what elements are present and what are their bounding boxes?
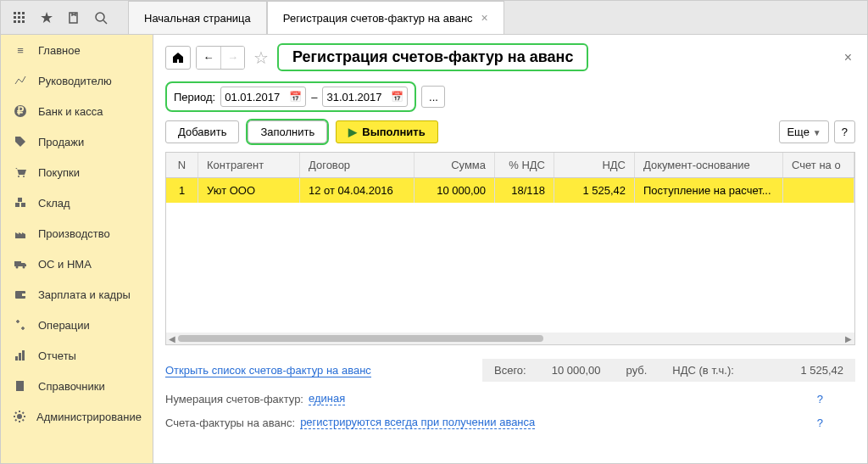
th-acc[interactable]: Счет на о — [783, 153, 854, 177]
svg-rect-4 — [18, 16, 20, 19]
svg-rect-17 — [21, 203, 25, 207]
totals-vatlabel: НДС (в т.ч.): — [672, 364, 734, 377]
scroll-right-icon[interactable]: ▶ — [843, 334, 854, 344]
totals-bar: Всего: 10 000,00 руб. НДС (в т.ч.): 1 52… — [482, 359, 855, 382]
sidebar-item-bank[interactable]: ₽Банк и касса — [1, 96, 153, 126]
tab-invoices[interactable]: Регистрация счетов-фактур на аванс× — [267, 1, 504, 34]
svg-point-10 — [96, 13, 104, 21]
favorite-star-icon[interactable]: ☆ — [253, 48, 269, 68]
add-button[interactable]: Добавить — [165, 120, 239, 143]
period-highlighted: Период: 📅 – 📅 — [165, 81, 416, 112]
sidebar-item-salary[interactable]: Зарплата и кадры — [1, 279, 153, 310]
sidebar-item-assets[interactable]: ОС и НМА — [1, 249, 153, 279]
history-icon[interactable] — [65, 9, 82, 26]
table-row[interactable]: 1 Уют ООО 12 от 04.04.2016 10 000,00 18/… — [166, 178, 854, 203]
factory-icon — [13, 226, 28, 241]
calendar-icon[interactable]: 📅 — [289, 91, 302, 103]
data-table: N Контрагент Договор Сумма % НДС НДС Док… — [165, 152, 855, 345]
th-counter[interactable]: Контрагент — [198, 153, 300, 177]
date-to-field[interactable] — [326, 91, 387, 103]
sidebar-item-purchases[interactable]: Покупки — [1, 157, 153, 187]
nav-back-forward: ← → — [196, 46, 245, 70]
close-icon[interactable]: × — [481, 11, 488, 25]
tab-home[interactable]: Начальная страница — [128, 1, 267, 34]
help-link[interactable]: ? — [817, 393, 855, 405]
horizontal-scrollbar[interactable]: ◀ ▶ — [166, 333, 854, 344]
book-icon — [13, 378, 28, 394]
gear-icon — [13, 409, 26, 424]
ruble-icon: ₽ — [13, 103, 28, 119]
more-button[interactable]: Еще▼ — [779, 120, 828, 143]
svg-rect-1 — [18, 12, 20, 14]
help-button[interactable]: ? — [834, 120, 855, 143]
numbering-label: Нумерация счетов-фактур: — [165, 393, 303, 405]
sidebar-item-admin[interactable]: Администрирование — [1, 401, 153, 432]
th-contract[interactable]: Договор — [300, 153, 415, 177]
svg-rect-19 — [14, 261, 21, 266]
svg-rect-25 — [19, 353, 21, 361]
sidebar-item-label: Администрирование — [36, 411, 142, 423]
th-sum[interactable]: Сумма — [415, 153, 495, 177]
search-icon[interactable] — [92, 9, 109, 26]
sidebar-item-label: Продажи — [38, 136, 84, 148]
sidebar-item-production[interactable]: Производство — [1, 218, 153, 249]
calendar-icon[interactable]: 📅 — [391, 91, 403, 103]
sidebar-item-label: Покупки — [38, 166, 80, 179]
operations-icon — [13, 317, 28, 333]
svg-point-15 — [23, 176, 25, 177]
sidebar-item-manager[interactable]: Руководителю — [1, 65, 153, 96]
svg-rect-8 — [22, 20, 25, 23]
td-doc: Поступление на расчет... — [635, 178, 783, 203]
sidebar-item-sales[interactable]: Продажи — [1, 126, 153, 157]
sidebar-item-warehouse[interactable]: Склад — [1, 187, 153, 218]
run-label: Выполнить — [362, 126, 425, 138]
period-more-button[interactable]: ... — [421, 86, 445, 108]
scroll-thumb[interactable] — [178, 335, 543, 342]
sidebar-item-catalogs[interactable]: Справочники — [1, 371, 153, 401]
svg-rect-18 — [18, 198, 22, 202]
invoice-link[interactable]: регистрируются всегда при получении аван… — [300, 416, 535, 429]
help-link[interactable]: ? — [817, 416, 855, 429]
footer: Открыть список счетов-фактур на аванс Вс… — [165, 354, 855, 434]
svg-rect-0 — [14, 12, 16, 14]
date-from-field[interactable] — [225, 91, 286, 103]
cart-icon — [13, 165, 28, 180]
home-button[interactable] — [165, 46, 191, 70]
close-page-button[interactable]: × — [841, 50, 855, 65]
apps-icon[interactable] — [11, 9, 28, 26]
star-icon[interactable]: ★ — [38, 9, 55, 26]
sidebar-item-label: Зарплата и кадры — [38, 288, 131, 301]
sidebar-item-label: Справочники — [38, 380, 105, 393]
totals-rub: руб. — [626, 364, 648, 377]
svg-rect-6 — [14, 20, 16, 23]
sidebar-item-reports[interactable]: Отчеты — [1, 340, 153, 371]
th-doc[interactable]: Документ-основание — [635, 153, 783, 177]
content: ← → ☆ Регистрация счетов-фактур на аванс… — [153, 35, 867, 463]
back-button[interactable]: ← — [197, 47, 220, 69]
sidebar-item-label: Склад — [38, 197, 70, 210]
svg-text:₽: ₽ — [17, 104, 25, 117]
open-list-link[interactable]: Открыть список счетов-фактур на аванс — [165, 364, 371, 377]
tab-label: Начальная страница — [144, 12, 251, 25]
top-toolbar: ★ Начальная страница Регистрация счетов-… — [1, 1, 867, 35]
svg-rect-3 — [14, 16, 16, 19]
sidebar-item-label: Главное — [38, 44, 81, 57]
date-to-input[interactable]: 📅 — [322, 87, 408, 107]
totals-sum: 10 000,00 — [552, 364, 601, 377]
svg-rect-7 — [18, 20, 20, 23]
scroll-left-icon[interactable]: ◀ — [166, 334, 178, 344]
forward-button[interactable]: → — [220, 47, 244, 69]
fill-button[interactable]: Заполнить — [248, 120, 327, 143]
run-button[interactable]: ▶Выполнить — [336, 120, 437, 143]
sidebar-item-operations[interactable]: Операции — [1, 310, 153, 340]
boxes-icon — [13, 195, 28, 210]
date-from-input[interactable]: 📅 — [220, 87, 306, 107]
numbering-link[interactable]: единая — [309, 392, 345, 405]
sidebar-item-label: ОС и НМА — [38, 258, 92, 271]
th-vatpct[interactable]: % НДС — [495, 153, 554, 177]
th-vat[interactable]: НДС — [554, 153, 635, 177]
sidebar-item-label: Операции — [38, 319, 90, 332]
sidebar-item-label: Банк и касса — [38, 105, 103, 118]
sidebar-item-main[interactable]: ≡Главное — [1, 35, 153, 65]
th-n[interactable]: N — [166, 153, 198, 177]
